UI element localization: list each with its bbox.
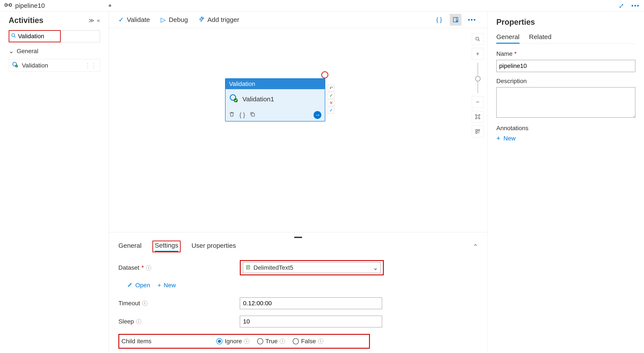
unsaved-indicator bbox=[109, 4, 111, 7]
validation-icon bbox=[229, 94, 238, 105]
properties-tab-related[interactable]: Related bbox=[529, 33, 552, 44]
copy-icon[interactable] bbox=[250, 112, 256, 119]
properties-toggle-button[interactable] bbox=[450, 14, 462, 26]
timeout-input[interactable] bbox=[240, 297, 382, 309]
success-connector-icon[interactable]: ✓ bbox=[328, 92, 334, 99]
sleep-label: Sleep bbox=[118, 318, 134, 325]
annotations-label: Annotations bbox=[496, 125, 528, 132]
info-icon[interactable]: i bbox=[318, 339, 323, 344]
info-icon[interactable]: i bbox=[146, 265, 151, 270]
play-icon: ▷ bbox=[161, 16, 166, 24]
plus-icon: + bbox=[496, 134, 500, 142]
info-icon[interactable]: i bbox=[280, 339, 285, 344]
canvas-search-button[interactable] bbox=[472, 33, 484, 45]
delete-icon[interactable] bbox=[229, 112, 234, 119]
tab-title[interactable]: pipeline10 bbox=[15, 2, 45, 9]
new-dataset-button[interactable]: + New bbox=[158, 282, 176, 289]
radio-true[interactable]: True i bbox=[257, 338, 285, 345]
info-icon[interactable]: i bbox=[244, 339, 249, 344]
required-indicator: * bbox=[514, 50, 517, 57]
name-label: Name bbox=[496, 50, 512, 57]
svg-rect-1 bbox=[10, 4, 12, 6]
radio-false[interactable]: False i bbox=[293, 338, 323, 345]
expand-icon[interactable]: ⤢ bbox=[619, 2, 624, 10]
canvas-zoom-tools: + − bbox=[472, 33, 484, 137]
code-view-button[interactable]: { } bbox=[433, 14, 445, 26]
plus-icon: + bbox=[158, 282, 161, 289]
zoom-in-button[interactable]: + bbox=[472, 48, 484, 60]
svg-rect-9 bbox=[252, 113, 254, 116]
goto-icon[interactable]: → bbox=[314, 111, 321, 119]
failure-connector-icon[interactable]: ✕ bbox=[328, 100, 334, 106]
svg-rect-14 bbox=[476, 132, 477, 133]
dataset-value: DelimitedText5 bbox=[254, 264, 294, 271]
dataset-highlight: DelimitedText5 ⌄ bbox=[240, 260, 384, 275]
zoom-slider[interactable] bbox=[478, 63, 478, 93]
activity-item-validation[interactable]: Validation ⋮⋮ bbox=[9, 59, 100, 72]
section-general[interactable]: ⌄ General bbox=[9, 48, 100, 55]
drag-handle-icon[interactable]: ⋮⋮ bbox=[84, 62, 97, 69]
info-icon[interactable]: i bbox=[142, 301, 148, 306]
description-textarea[interactable] bbox=[496, 87, 635, 118]
svg-point-4 bbox=[15, 65, 18, 68]
fit-screen-button[interactable] bbox=[472, 111, 484, 123]
tab-settings-highlighted: Settings bbox=[152, 241, 180, 252]
collapse-controls[interactable]: ≫« bbox=[88, 17, 100, 24]
description-label: Description bbox=[496, 78, 527, 85]
panel-resize-handle[interactable] bbox=[294, 237, 302, 238]
node-name: Validation1 bbox=[242, 96, 274, 103]
svg-rect-12 bbox=[476, 130, 477, 131]
add-trigger-button[interactable]: Add trigger bbox=[199, 16, 240, 24]
tab-general[interactable]: General bbox=[118, 242, 142, 251]
radio-ignore[interactable]: Ignore i bbox=[216, 338, 249, 345]
validation-activity-node[interactable]: Validation Validation1 { } → bbox=[225, 78, 325, 122]
search-input[interactable] bbox=[18, 33, 58, 40]
svg-rect-11 bbox=[476, 115, 479, 118]
svg-rect-13 bbox=[478, 130, 480, 131]
code-icon[interactable]: { } bbox=[240, 112, 245, 119]
new-annotation-button[interactable]: + New bbox=[496, 134, 635, 142]
node-type-label: Validation bbox=[226, 79, 325, 89]
undo-connector-icon[interactable]: ↶ bbox=[328, 85, 334, 91]
layout-button[interactable] bbox=[472, 126, 484, 137]
tab-settings[interactable]: Settings bbox=[155, 242, 178, 252]
pipeline-name-input[interactable] bbox=[496, 60, 635, 72]
dataset-label: Dataset bbox=[118, 264, 140, 271]
child-items-label: Child items bbox=[122, 338, 151, 345]
dataset-dropdown[interactable]: DelimitedText5 ⌄ bbox=[243, 262, 381, 273]
chevron-down-icon: ⌄ bbox=[9, 48, 14, 55]
properties-tab-general[interactable]: General bbox=[496, 33, 520, 44]
debug-button[interactable]: ▷ Debug bbox=[161, 16, 188, 24]
completion-connector-icon[interactable]: ✓ bbox=[328, 107, 334, 114]
validation-icon bbox=[12, 61, 18, 70]
toolbar-more-button[interactable]: ••• bbox=[466, 14, 478, 26]
search-icon bbox=[11, 33, 16, 40]
more-icon[interactable]: ••• bbox=[632, 2, 640, 9]
svg-point-2 bbox=[12, 34, 15, 37]
timeout-label: Timeout bbox=[118, 300, 140, 307]
validate-button[interactable]: ✓ Validate bbox=[118, 16, 150, 24]
activity-settings-panel: General Settings User properties ⌃ Datas… bbox=[109, 232, 488, 353]
pipeline-toolbar: ✓ Validate ▷ Debug Add trigger { } ••• bbox=[109, 12, 488, 28]
svg-point-8 bbox=[234, 98, 238, 102]
connector-handle[interactable] bbox=[321, 71, 328, 78]
activities-title: Activities bbox=[9, 16, 43, 25]
check-icon: ✓ bbox=[118, 16, 124, 24]
zoom-out-button[interactable]: − bbox=[472, 96, 484, 108]
tab-user-properties[interactable]: User properties bbox=[192, 242, 236, 251]
open-dataset-button[interactable]: Open bbox=[128, 282, 150, 289]
activities-search[interactable] bbox=[9, 30, 61, 42]
collapse-panel-button[interactable]: ⌃ bbox=[473, 243, 478, 250]
activities-panel: Activities ≫« ⌄ General Validation ⋮⋮ bbox=[0, 12, 109, 353]
activity-item-label: Validation bbox=[22, 62, 48, 69]
child-items-highlight: Child items Ignore i True i False bbox=[118, 334, 370, 349]
pipeline-canvas[interactable]: Validation Validation1 { } → bbox=[109, 28, 488, 232]
info-icon[interactable]: i bbox=[136, 319, 142, 324]
node-connectors: ↶ ✓ ✕ ✓ bbox=[328, 85, 334, 114]
edit-icon bbox=[128, 282, 133, 289]
sleep-input[interactable] bbox=[240, 316, 382, 327]
search-extra bbox=[61, 30, 100, 42]
properties-panel: Properties General Related Name * Descri… bbox=[488, 12, 644, 353]
svg-point-6 bbox=[457, 21, 458, 22]
dataset-icon bbox=[246, 264, 250, 271]
